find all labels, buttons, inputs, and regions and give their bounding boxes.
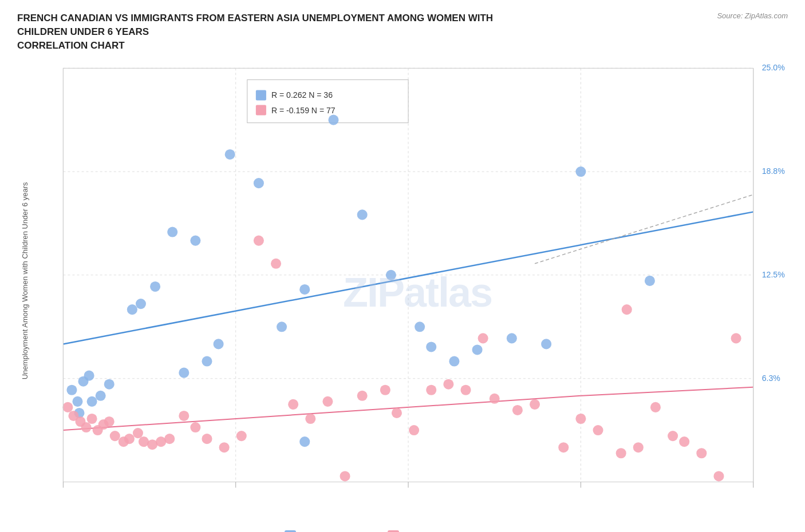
svg-point-31 (96, 391, 106, 401)
svg-point-43 (277, 322, 287, 332)
svg-point-83 (340, 471, 350, 482)
svg-point-88 (426, 385, 436, 395)
svg-point-64 (104, 416, 115, 427)
svg-point-74 (190, 422, 200, 432)
svg-point-82 (322, 396, 333, 407)
svg-point-30 (87, 396, 97, 407)
svg-point-100 (650, 402, 661, 412)
scatter-chart: 25.0% 18.8% 12.5% 6.3% Unemployment Amon… (17, 58, 788, 527)
svg-point-25 (66, 385, 77, 395)
svg-point-53 (541, 339, 551, 350)
svg-point-47 (386, 270, 396, 280)
svg-point-90 (460, 385, 471, 395)
svg-point-85 (380, 385, 390, 395)
svg-text:Unemployment Among Women with : Unemployment Among Women with Children U… (21, 182, 29, 379)
svg-point-49 (426, 342, 436, 352)
svg-point-52 (507, 334, 517, 344)
svg-point-38 (179, 368, 189, 378)
chart-container: ZIPatlas 25.0% 18.8% 12.5% 6.3% Unemploy… (17, 58, 788, 527)
svg-point-75 (202, 434, 212, 444)
svg-point-103 (696, 448, 707, 459)
svg-point-104 (713, 471, 724, 482)
svg-point-97 (593, 425, 603, 435)
svg-point-44 (299, 284, 310, 295)
svg-point-79 (271, 259, 281, 269)
svg-point-54 (575, 166, 586, 177)
svg-point-84 (357, 391, 368, 401)
svg-point-26 (72, 396, 82, 407)
page: FRENCH CANADIAN VS IMMIGRANTS FROM EASTE… (0, 0, 805, 532)
svg-text:R = -0.159   N = 77: R = -0.159 N = 77 (271, 106, 336, 115)
svg-point-37 (190, 236, 200, 246)
svg-point-55 (645, 276, 655, 286)
svg-point-46 (357, 210, 368, 220)
svg-point-86 (392, 408, 402, 418)
svg-rect-16 (247, 80, 408, 123)
title-line2: CORRELATION CHART (17, 40, 125, 51)
svg-point-60 (81, 422, 91, 432)
svg-text:18.8%: 18.8% (762, 166, 785, 176)
svg-point-68 (133, 428, 143, 438)
svg-point-102 (679, 437, 689, 447)
svg-point-72 (164, 434, 175, 444)
svg-point-94 (530, 399, 540, 410)
svg-point-61 (87, 414, 97, 424)
svg-point-42 (254, 178, 264, 188)
svg-point-78 (254, 236, 264, 246)
svg-text:R =  0.262   N = 36: R = 0.262 N = 36 (271, 91, 333, 100)
svg-point-45 (328, 115, 338, 125)
svg-rect-17 (256, 90, 266, 101)
svg-point-32 (104, 379, 115, 390)
svg-point-96 (575, 414, 586, 424)
svg-text:6.3%: 6.3% (762, 374, 780, 383)
svg-point-92 (490, 394, 500, 404)
svg-point-99 (633, 443, 644, 453)
svg-point-41 (225, 149, 235, 160)
svg-point-34 (136, 299, 146, 309)
svg-point-106 (622, 304, 632, 315)
svg-point-89 (443, 379, 453, 390)
svg-point-57 (62, 402, 73, 412)
svg-point-35 (150, 281, 160, 292)
svg-point-101 (668, 431, 678, 441)
svg-point-91 (478, 334, 488, 344)
chart-title: FRENCH CANADIAN VS IMMIGRANTS FROM EASTE… (17, 11, 532, 52)
svg-point-40 (214, 339, 224, 350)
svg-point-50 (449, 356, 459, 367)
svg-point-98 (616, 448, 626, 459)
svg-point-56 (299, 437, 310, 447)
svg-point-95 (558, 443, 569, 453)
svg-point-105 (731, 334, 741, 344)
svg-text:12.5%: 12.5% (762, 270, 785, 279)
svg-rect-19 (256, 105, 266, 116)
svg-point-65 (110, 431, 120, 441)
svg-point-73 (179, 411, 189, 421)
svg-point-39 (202, 356, 212, 367)
svg-text:25.0%: 25.0% (762, 63, 785, 73)
svg-point-67 (124, 434, 135, 444)
svg-point-77 (236, 431, 247, 441)
svg-point-81 (305, 414, 315, 424)
svg-point-80 (288, 399, 298, 410)
svg-point-51 (472, 345, 483, 355)
svg-point-87 (409, 425, 419, 435)
svg-point-48 (415, 322, 425, 332)
svg-point-33 (127, 304, 137, 315)
svg-point-93 (512, 405, 523, 415)
svg-point-28 (84, 371, 94, 381)
svg-point-76 (219, 443, 230, 453)
svg-point-36 (167, 227, 177, 237)
title-line1: FRENCH CANADIAN VS IMMIGRANTS FROM EASTE… (17, 13, 493, 37)
source-label: Source: ZipAtlas.com (717, 11, 788, 20)
